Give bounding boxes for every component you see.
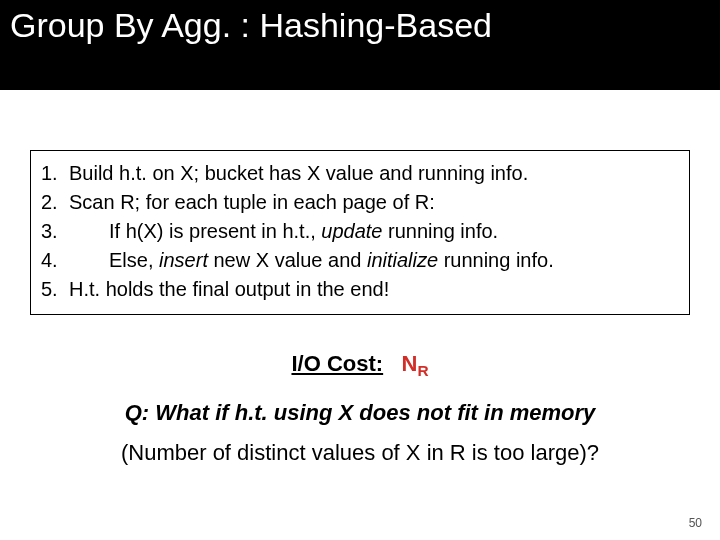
slide: Group By Agg. : Hashing-Based 1. Build h… (0, 0, 720, 540)
step-text: Scan R; for each tuple in each page of R… (69, 188, 679, 217)
algo-step: 3. If h(X) is present in h.t., update ru… (41, 217, 679, 246)
page-number: 50 (689, 516, 702, 530)
step-text: H.t. holds the final output in the end! (69, 275, 679, 304)
step-number: 1. (41, 159, 69, 188)
io-cost-value: NR (402, 351, 429, 376)
io-cost-label: I/O Cost: (291, 351, 383, 376)
question-line: Q: What if h.t. using X does not fit in … (0, 400, 720, 426)
title-band: Group By Agg. : Hashing-Based (0, 0, 720, 90)
io-cost-subscript: R (417, 362, 428, 379)
step-em: update (321, 220, 382, 242)
algo-step: 2. Scan R; for each tuple in each page o… (41, 188, 679, 217)
step-number: 4. (41, 246, 69, 275)
step-em: initialize (367, 249, 438, 271)
step-em: insert (159, 249, 208, 271)
step-prefix: Else, (109, 249, 159, 271)
step-suffix: running info. (438, 249, 554, 271)
algo-step: 5. H.t. holds the final output in the en… (41, 275, 679, 304)
step-number: 3. (41, 217, 69, 246)
slide-title: Group By Agg. : Hashing-Based (10, 6, 492, 45)
step-number: 2. (41, 188, 69, 217)
step-mid: new X value and (208, 249, 367, 271)
io-cost-base: N (402, 351, 418, 376)
question-sub: (Number of distinct values of X in R is … (0, 440, 720, 466)
algo-step: 1. Build h.t. on X; bucket has X value a… (41, 159, 679, 188)
step-prefix: If h(X) is present in h.t., (109, 220, 321, 242)
step-text: Build h.t. on X; bucket has X value and … (69, 159, 679, 188)
step-text: Else, insert new X value and initialize … (69, 246, 679, 275)
step-suffix: running info. (382, 220, 498, 242)
step-text: If h(X) is present in h.t., update runni… (69, 217, 679, 246)
algo-step: 4. Else, insert new X value and initiali… (41, 246, 679, 275)
algorithm-box: 1. Build h.t. on X; bucket has X value a… (30, 150, 690, 315)
step-number: 5. (41, 275, 69, 304)
io-cost-line: I/O Cost: NR (0, 351, 720, 380)
